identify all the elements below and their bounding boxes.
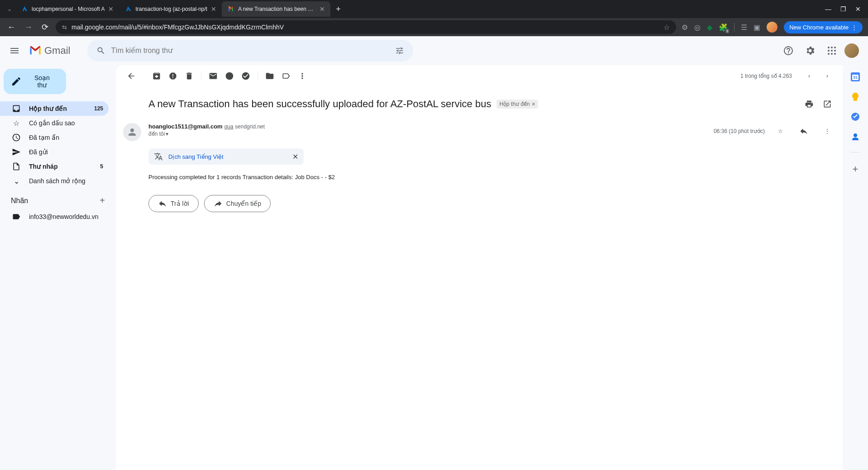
tab-search-button[interactable]: ⌄ <box>4 6 15 12</box>
maximize-button[interactable]: ❐ <box>840 5 846 13</box>
search-input[interactable] <box>111 47 390 55</box>
send-icon <box>12 147 21 157</box>
svg-point-4 <box>831 50 833 52</box>
window-controls: — ❐ ✕ <box>825 5 864 13</box>
sidebar-item-more[interactable]: ⌄ Danh sách mở rộng <box>0 174 109 188</box>
minimize-button[interactable]: — <box>825 5 831 13</box>
email-body: Processing completed for 1 records Trans… <box>116 170 843 191</box>
star-icon: ☆ <box>12 119 21 128</box>
prev-button[interactable]: ‹ <box>801 68 817 84</box>
search-icon[interactable] <box>91 43 111 59</box>
forward-button[interactable]: Chuyển tiếp <box>204 195 271 212</box>
svg-point-6 <box>828 53 830 55</box>
extension-icon[interactable]: ⚙ <box>682 23 688 32</box>
print-button[interactable] <box>801 96 817 112</box>
sidebar-item-snoozed[interactable]: Đã tạm ẩn <box>0 130 109 145</box>
add-label-button[interactable]: + <box>100 195 105 206</box>
tasks-app-icon[interactable] <box>851 112 860 121</box>
labels-button[interactable] <box>278 68 294 84</box>
compose-button[interactable]: Soạn thư <box>4 69 66 94</box>
help-icon <box>783 45 794 56</box>
divider <box>851 152 860 152</box>
mark-unread-button[interactable] <box>205 68 221 84</box>
category-chip[interactable]: Hộp thư đến × <box>496 100 538 109</box>
gmail-logo[interactable]: Gmail <box>29 45 84 57</box>
search-options-icon[interactable] <box>390 43 410 59</box>
translate-link[interactable]: Dịch sang Tiếng Việt <box>168 153 224 160</box>
gmail-icon <box>227 5 234 13</box>
forward-button[interactable]: → <box>23 21 34 34</box>
browser-tab-bar: ⌄ locphampersonal - Microsoft A ✕ transa… <box>0 0 868 18</box>
clock-icon <box>12 133 21 142</box>
extension-icon[interactable]: ◎ <box>694 23 701 32</box>
svg-point-0 <box>828 47 830 48</box>
azure-icon <box>124 5 132 13</box>
apps-button[interactable] <box>823 42 841 60</box>
browser-tab-2[interactable]: transaction-log (az-postal-np/t ✕ <box>119 1 222 17</box>
next-button[interactable]: › <box>819 68 835 84</box>
extensions-button[interactable]: 🧩1 <box>719 23 728 32</box>
add-addon-button[interactable]: + <box>853 163 858 175</box>
label-text: info33@newworldedu.vn <box>29 213 103 220</box>
delete-button[interactable] <box>181 68 197 84</box>
site-info-icon[interactable]: ⇆ <box>62 24 67 31</box>
nav-label: Đã tạm ẩn <box>29 134 103 141</box>
spam-button[interactable] <box>165 68 181 84</box>
search-box[interactable] <box>87 40 413 62</box>
sidebar-item-drafts[interactable]: Thư nháp 5 <box>0 159 109 174</box>
settings-button[interactable] <box>801 42 819 60</box>
reload-button[interactable]: ⟳ <box>40 20 50 34</box>
reply-icon-button[interactable] <box>796 123 812 139</box>
email-subject: A new Transaction has been successfully … <box>148 98 491 110</box>
nav-label: Danh sách mở rộng <box>29 177 103 185</box>
account-avatar[interactable] <box>844 43 859 58</box>
sidebar-label-item[interactable]: info33@newworldedu.vn <box>0 209 109 224</box>
browser-tab-1[interactable]: locphampersonal - Microsoft A ✕ <box>15 1 119 17</box>
extension-icons: ⚙ ◎ ◆ 🧩1 ☰ ▣ New Chrome available ⋮ <box>682 21 863 33</box>
address-bar[interactable]: ⇆ mail.google.com/mail/u/5/#inbox/FMfcgz… <box>56 20 676 34</box>
reading-list-icon[interactable]: ☰ <box>741 23 747 32</box>
recipient-dropdown[interactable]: đến tôi ▾ <box>148 131 714 137</box>
remove-label-icon[interactable]: × <box>532 100 535 108</box>
svg-point-3 <box>828 50 830 52</box>
close-translate-button[interactable]: ✕ <box>229 152 298 161</box>
sidebar-item-starred[interactable]: ☆ Có gắn dấu sao <box>0 116 109 130</box>
sender-row: hoangloc1511@gmail.com qua sendgrid.net … <box>116 116 843 143</box>
reply-button[interactable]: Trả lời <box>148 195 199 212</box>
translate-icon <box>154 152 163 161</box>
star-button[interactable]: ☆ <box>772 123 788 139</box>
bookmark-icon[interactable]: ☆ <box>663 23 670 32</box>
contacts-app-icon[interactable] <box>851 132 860 141</box>
main-menu-button[interactable] <box>4 40 25 62</box>
snooze-button[interactable] <box>221 68 238 84</box>
gmail-logo-icon <box>29 46 42 56</box>
chrome-update-button[interactable]: New Chrome available ⋮ <box>784 21 863 33</box>
add-task-button[interactable] <box>238 68 254 84</box>
sidebar-item-inbox[interactable]: Hộp thư đến 125 <box>0 101 109 116</box>
svg-point-5 <box>834 50 836 52</box>
side-panel-icon[interactable]: ▣ <box>754 23 760 32</box>
svg-point-14 <box>854 133 857 137</box>
close-icon[interactable]: ✕ <box>320 5 325 13</box>
archive-button[interactable] <box>148 68 165 84</box>
close-icon[interactable]: ✕ <box>108 5 114 13</box>
extension-icon[interactable]: ◆ <box>707 23 712 32</box>
profile-avatar[interactable] <box>767 22 777 33</box>
sender-avatar[interactable] <box>123 123 141 141</box>
sidebar-item-sent[interactable]: Đã gửi <box>0 145 109 159</box>
calendar-app-icon[interactable]: 31 <box>851 72 860 81</box>
support-button[interactable] <box>779 42 797 60</box>
move-to-button[interactable] <box>262 68 278 84</box>
open-new-window-button[interactable] <box>819 96 835 112</box>
keep-app-icon[interactable] <box>851 92 860 101</box>
close-icon[interactable]: ✕ <box>211 5 216 13</box>
back-to-inbox-button[interactable] <box>123 68 139 84</box>
back-button[interactable]: ← <box>5 21 17 34</box>
tab-title: A new Transaction has been suc <box>238 6 316 12</box>
new-tab-button[interactable]: + <box>330 5 346 14</box>
browser-tab-3[interactable]: A new Transaction has been suc ✕ <box>222 1 330 17</box>
more-actions-button[interactable]: ⋮ <box>819 123 835 139</box>
more-button[interactable] <box>294 68 310 84</box>
divider <box>201 71 201 81</box>
close-window-button[interactable]: ✕ <box>855 5 861 13</box>
